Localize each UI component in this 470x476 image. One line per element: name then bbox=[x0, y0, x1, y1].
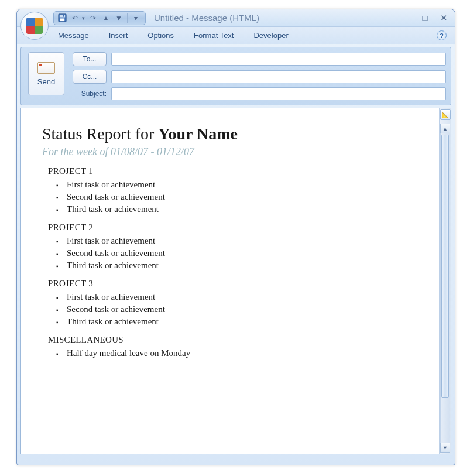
window-controls: — □ ✕ bbox=[401, 13, 449, 23]
section-heading: PROJECT 2 bbox=[48, 222, 418, 232]
task-item: Half day medical leave on Monday bbox=[56, 347, 418, 359]
customize-qat-icon[interactable]: ▾ bbox=[131, 13, 140, 23]
window-title: Untitled - Message (HTML) bbox=[154, 13, 259, 23]
body-title-name: Your Name bbox=[158, 125, 238, 143]
task-item: Second task or achievement bbox=[56, 303, 418, 316]
office-button[interactable] bbox=[20, 12, 49, 40]
subject-label: Subject: bbox=[73, 90, 107, 98]
svg-rect-1 bbox=[59, 15, 64, 18]
task-list: First task or achievementSecond task or … bbox=[56, 179, 418, 215]
message-body[interactable]: Status Report for Your NameFor the week … bbox=[21, 108, 439, 454]
cc-button[interactable]: Cc... bbox=[73, 70, 107, 84]
scroll-down-button[interactable]: ▼ bbox=[440, 443, 450, 453]
tab-options[interactable]: Options bbox=[146, 29, 175, 42]
help-icon[interactable]: ? bbox=[437, 30, 447, 40]
scroll-thumb[interactable] bbox=[441, 135, 449, 398]
svg-rect-2 bbox=[60, 18, 64, 21]
task-item: Second task or achievement bbox=[56, 247, 418, 259]
to-button[interactable]: To... bbox=[73, 52, 107, 66]
section-heading: PROJECT 1 bbox=[48, 166, 418, 176]
task-item: First task or achievement bbox=[56, 179, 418, 191]
office-logo-icon bbox=[26, 18, 43, 34]
next-item-icon[interactable]: ▼ bbox=[114, 13, 123, 23]
send-label: Send bbox=[37, 77, 55, 86]
scroll-up-button[interactable]: ▲ bbox=[440, 124, 450, 133]
message-window: ↶ ▾ ↷ ▲ ▼ ▾ Untitled - Message (HTML) — … bbox=[16, 9, 455, 465]
task-list: First task or achievementSecond task or … bbox=[56, 291, 418, 328]
quick-access-toolbar: ↶ ▾ ↷ ▲ ▼ ▾ bbox=[53, 11, 146, 25]
redo-icon[interactable]: ↷ bbox=[88, 13, 98, 23]
ruler-toggle-icon[interactable]: 📐 bbox=[440, 109, 451, 120]
task-item: Third task or achievement bbox=[56, 259, 418, 272]
task-item: Third task or achievement bbox=[56, 203, 418, 215]
compose-header: Send To... Cc... Subject: bbox=[20, 47, 451, 105]
scroll-track[interactable] bbox=[440, 133, 450, 443]
close-button[interactable]: ✕ bbox=[438, 13, 449, 23]
tab-format-text[interactable]: Format Text bbox=[193, 29, 235, 42]
maximize-button[interactable]: □ bbox=[420, 13, 430, 23]
minimize-button[interactable]: — bbox=[401, 13, 411, 23]
body-title: Status Report for Your Name bbox=[42, 125, 418, 143]
message-body-area: Status Report for Your NameFor the week … bbox=[20, 108, 451, 454]
task-item: Third task or achievement bbox=[56, 316, 418, 328]
section-heading: MISCELLANEOUS bbox=[48, 335, 418, 345]
task-list: First task or achievementSecond task or … bbox=[56, 235, 418, 272]
ribbon-tabs: Message Insert Options Format Text Devel… bbox=[17, 27, 455, 44]
svg-rect-3 bbox=[63, 15, 64, 16]
tab-developer[interactable]: Developer bbox=[252, 29, 289, 42]
previous-item-icon[interactable]: ▲ bbox=[101, 13, 111, 23]
envelope-icon bbox=[37, 62, 55, 74]
undo-icon[interactable]: ↶ bbox=[70, 13, 80, 23]
task-item: Second task or achievement bbox=[56, 191, 418, 203]
send-button[interactable]: Send bbox=[28, 52, 64, 95]
save-icon[interactable] bbox=[57, 13, 67, 23]
title-bar: ↶ ▾ ↷ ▲ ▼ ▾ Untitled - Message (HTML) — … bbox=[17, 9, 455, 27]
cc-field[interactable] bbox=[111, 70, 446, 83]
body-subtitle: For the week of 01/08/07 - 01/12/07 bbox=[42, 146, 418, 158]
qat-separator bbox=[127, 13, 128, 23]
body-title-prefix: Status Report for bbox=[42, 125, 158, 143]
tab-insert[interactable]: Insert bbox=[108, 29, 129, 42]
to-field[interactable] bbox=[111, 53, 446, 66]
vertical-scrollbar: 📐 ▲ ▼ bbox=[439, 108, 451, 454]
subject-field[interactable] bbox=[111, 87, 446, 100]
task-item: First task or achievement bbox=[56, 291, 418, 303]
undo-dropdown-icon[interactable]: ▾ bbox=[82, 15, 85, 21]
tab-message[interactable]: Message bbox=[57, 29, 90, 42]
task-list: Half day medical leave on Monday bbox=[56, 347, 418, 359]
section-heading: PROJECT 3 bbox=[48, 279, 418, 289]
task-item: First task or achievement bbox=[56, 235, 418, 247]
